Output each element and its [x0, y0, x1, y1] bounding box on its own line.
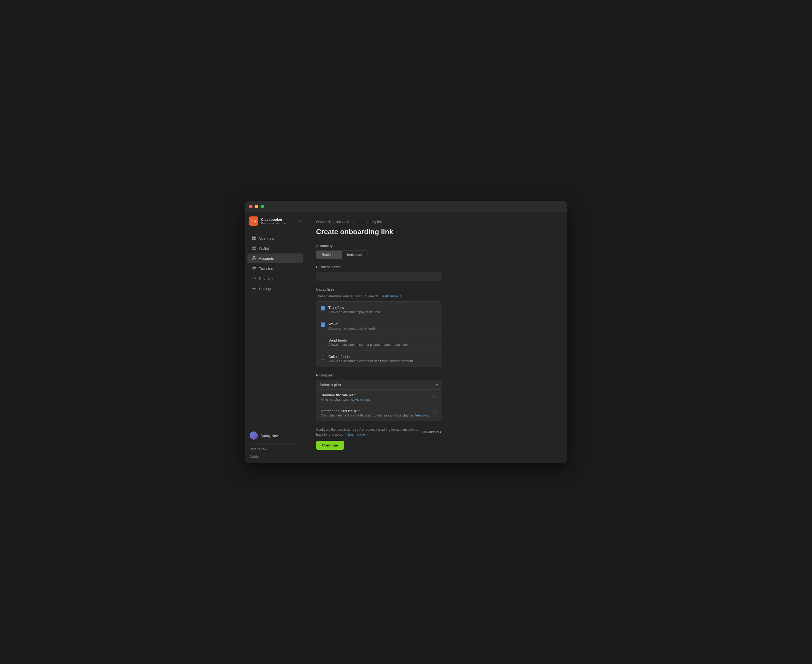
account-type-tabs: Business Individual — [316, 251, 368, 259]
svg-rect-2 — [252, 238, 254, 240]
settings-icon — [252, 286, 256, 291]
dropdown-option-standard[interactable]: Standard flat rate plan All-in merchant … — [317, 389, 441, 405]
sidebar-item-label-accounts: Accounts — [259, 257, 274, 260]
capabilities-label: Capabilities — [316, 287, 556, 291]
capabilities-learn-more-link[interactable]: Learn more ↗ — [380, 295, 402, 298]
sidebar-item-settings[interactable]: Settings — [247, 284, 303, 294]
minimize-button[interactable] — [255, 205, 258, 208]
wallet-icon — [252, 246, 256, 251]
sidebar-divider — [250, 443, 300, 444]
sidebar-item-wallet[interactable]: Wallet — [247, 243, 303, 253]
capability-name-wallet: Wallet — [328, 322, 376, 326]
view-details-button[interactable]: View details ▾ — [421, 430, 442, 434]
standard-view-plan-link[interactable]: View plan. — [355, 398, 370, 402]
capability-name-send-funds: Send funds — [328, 338, 409, 342]
sidebar-item-label-developer: Developer — [259, 277, 276, 281]
breadcrumb: Onboarding links › Create onboarding lin… — [316, 220, 556, 224]
svg-rect-3 — [254, 238, 256, 240]
checkbox-send-funds[interactable] — [321, 339, 325, 343]
avatar — [250, 431, 258, 439]
pricing-plan-placeholder: Select a plan — [320, 383, 341, 387]
sidebar-item-label-transfers: Transfers — [259, 267, 274, 271]
titlebar — [245, 201, 567, 212]
breadcrumb-current: Create onboarding link — [347, 220, 383, 224]
capability-desc-wallet: Allows an account to store funds. — [328, 327, 376, 330]
capability-desc-collect-funds: Allows an account to charge or debit fro… — [328, 359, 414, 363]
option-desc-interchange: Cost-plus merchant plan with passthrough… — [321, 413, 430, 417]
option-title-standard: Standard flat rate plan — [321, 393, 370, 397]
checkbox-wallet[interactable]: ✓ — [321, 322, 325, 327]
user-name: Bobby Newport — [260, 434, 285, 438]
checkbox-transfers[interactable]: ✓ — [321, 306, 325, 311]
sidebar-item-label-wallet: Wallet — [259, 246, 269, 251]
chevron-down-icon: ▾ — [436, 383, 438, 387]
svg-rect-1 — [254, 236, 256, 238]
capability-name-collect-funds: Collect funds — [328, 355, 414, 359]
sidebar: cb Classbooker Production account ▾ — [245, 212, 305, 463]
sidebar-item-overview[interactable]: Overview — [247, 233, 303, 243]
permissions-learn-more-link[interactable]: Learn more ↗ — [348, 433, 369, 436]
chevron-down-icon: ▾ — [440, 430, 442, 434]
tab-individual[interactable]: Individual — [342, 251, 368, 259]
capability-row-transfers: ✓ Transfers Allows an account to pay or … — [317, 302, 441, 318]
brand-selector[interactable]: cb Classbooker Production account ▾ — [245, 212, 305, 230]
tab-business[interactable]: Business — [317, 251, 342, 259]
page-title: Create onboarding link — [316, 228, 556, 236]
permissions-note: Configure the permissions you're request… — [316, 427, 420, 437]
dropdown-option-interchange[interactable]: Interchange plus fee plan Cost-plus merc… — [317, 405, 441, 421]
sidebar-item-transfers[interactable]: Transfers — [247, 264, 303, 273]
user-profile[interactable]: Bobby Newport — [245, 429, 305, 442]
breadcrumb-parent[interactable]: Onboarding links — [316, 220, 343, 224]
breadcrumb-separator: › — [344, 220, 346, 223]
overview-icon — [252, 236, 256, 241]
business-name-input[interactable] — [316, 272, 442, 281]
brand-info: Classbooker Production account — [261, 218, 297, 225]
nav-items: Overview Wallet — [245, 230, 305, 426]
radio-interchange[interactable] — [432, 409, 437, 414]
continue-button[interactable]: Continue — [316, 441, 344, 450]
pricing-plan-label: Pricing plan — [316, 373, 556, 377]
capability-desc-send-funds: Allows an account to send a payout to an… — [328, 343, 409, 347]
main-content: Onboarding links › Create onboarding lin… — [305, 212, 567, 463]
capability-row-collect-funds: Collect funds Allows an account to charg… — [317, 351, 441, 367]
business-name-label: Business name — [316, 265, 556, 269]
pricing-plan-select[interactable]: Select a plan ▾ — [316, 380, 442, 389]
brand-subtitle: Production account — [261, 221, 297, 225]
account-type-field: Account type Business Individual — [316, 244, 556, 259]
pricing-plan-section: Pricing plan Select a plan ▾ Standard fl… — [316, 373, 556, 421]
sidebar-link-whats-new[interactable]: What's new — [245, 445, 305, 453]
svg-point-7 — [253, 288, 255, 289]
capabilities-desc: These determine what an account can do. … — [316, 294, 556, 298]
radio-standard[interactable] — [432, 394, 437, 398]
capabilities-box: ✓ Transfers Allows an account to pay or … — [316, 301, 442, 367]
sidebar-item-label-overview: Overview — [259, 236, 274, 241]
business-name-field: Business name — [316, 265, 556, 281]
brand-name: Classbooker — [261, 218, 297, 221]
chevron-down-icon: ▾ — [299, 220, 301, 223]
app-window: cb Classbooker Production account ▾ — [245, 201, 567, 463]
option-desc-standard: All-in merchant pricing. View plan. — [321, 398, 370, 402]
checkbox-collect-funds[interactable] — [321, 355, 325, 360]
interchange-view-plan-link[interactable]: View plan. — [415, 413, 430, 417]
option-title-interchange: Interchange plus fee plan — [321, 409, 430, 413]
capability-row-wallet: ✓ Wallet Allows an account to store fund… — [317, 318, 441, 334]
developer-icon — [252, 276, 256, 281]
transfers-icon — [252, 266, 256, 271]
sidebar-bottom: Bobby Newport What's new Guides — [245, 426, 305, 463]
permissions-row: Configure the permissions you're request… — [316, 427, 442, 437]
maximize-button[interactable] — [260, 205, 264, 208]
svg-rect-5 — [255, 248, 255, 249]
sidebar-item-developer[interactable]: Developer — [247, 273, 303, 283]
app-body: cb Classbooker Production account ▾ — [245, 212, 567, 463]
pricing-plan-dropdown: Standard flat rate plan All-in merchant … — [316, 389, 442, 421]
account-type-label: Account type — [316, 244, 556, 248]
svg-point-6 — [253, 257, 255, 258]
capability-desc-transfers: Allows an account to pay or be paid. — [328, 310, 381, 314]
capabilities-section: Capabilities These determine what an acc… — [316, 287, 556, 367]
sidebar-item-accounts[interactable]: Accounts — [247, 254, 303, 263]
sidebar-link-guides[interactable]: Guides — [245, 453, 305, 461]
capability-row-send-funds: Send funds Allows an account to send a p… — [317, 334, 441, 351]
brand-avatar: cb — [249, 216, 258, 226]
accounts-icon — [252, 256, 256, 261]
close-button[interactable] — [249, 205, 253, 208]
